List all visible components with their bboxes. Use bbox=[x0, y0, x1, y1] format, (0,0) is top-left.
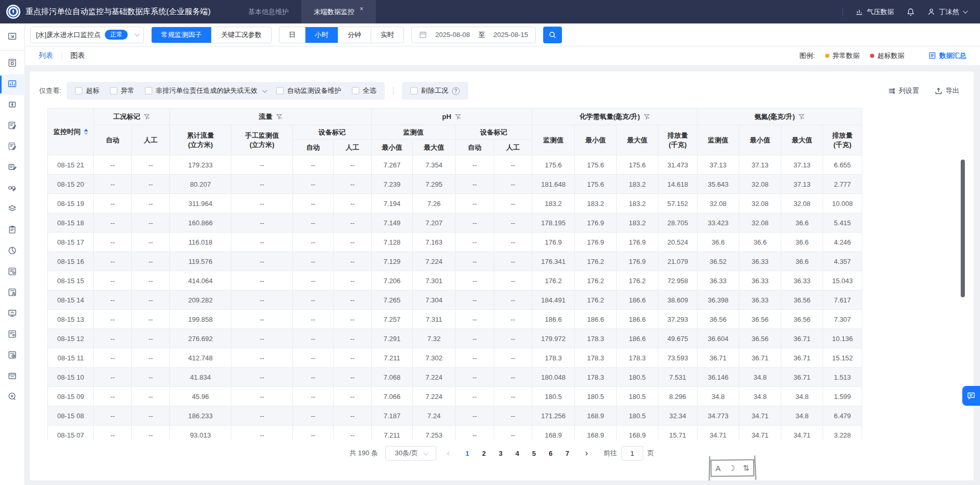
view-tab-1[interactable]: 图表 bbox=[70, 51, 85, 60]
sort-icon[interactable] bbox=[84, 129, 88, 135]
goto-page-input[interactable] bbox=[621, 446, 643, 460]
sidebar-item-doc-account[interactable] bbox=[0, 283, 25, 304]
exclude-condition-checkbox[interactable]: 剔除工况 ? bbox=[410, 86, 460, 95]
close-tab-icon[interactable]: × bbox=[360, 6, 363, 12]
sort-arrows-icon[interactable]: ⇅ bbox=[743, 464, 750, 472]
page-number-6[interactable]: 6 bbox=[543, 450, 558, 457]
sidebar-item-form-edit[interactable] bbox=[0, 137, 25, 157]
cell-ph-min: 7.068 bbox=[372, 368, 413, 387]
col-header-time[interactable]: 监控时间 bbox=[48, 108, 94, 155]
sidebar-item-clipboard-edit[interactable] bbox=[0, 220, 25, 241]
filter-funnel-icon[interactable] bbox=[455, 113, 461, 120]
checkbox-icon[interactable] bbox=[276, 87, 284, 94]
notifications-button[interactable] bbox=[906, 8, 915, 16]
search-button[interactable] bbox=[543, 27, 562, 43]
sidebar-item-link-edit[interactable] bbox=[0, 178, 25, 199]
granularity-button-2[interactable]: 分钟 bbox=[338, 27, 371, 43]
page-number-7[interactable]: 7 bbox=[560, 450, 574, 457]
filter-funnel-icon[interactable] bbox=[643, 113, 650, 120]
date-range-picker[interactable]: 2025-08-08 至 2025-08-15 bbox=[411, 27, 536, 43]
cell-condition-manual: -- bbox=[132, 406, 170, 426]
granularity-button-3[interactable]: 实时 bbox=[371, 27, 403, 43]
col-group-nh3[interactable]: 氨氮(毫克/升) bbox=[697, 108, 862, 125]
date-end[interactable]: 2025-08-15 bbox=[494, 31, 529, 39]
column-settings-button[interactable]: 列设置 bbox=[888, 86, 919, 95]
filter-checkbox-1[interactable]: 异常 bbox=[110, 86, 134, 95]
cell-cod-max: 183.2 bbox=[617, 213, 658, 233]
data-summary-link[interactable]: 数据汇总 bbox=[928, 51, 966, 60]
vertical-scrollbar[interactable] bbox=[961, 160, 965, 297]
page-number-4[interactable]: 4 bbox=[510, 450, 524, 457]
page-size-select[interactable]: 30条/页 bbox=[385, 446, 436, 460]
sidebar-item-archive[interactable] bbox=[0, 366, 25, 387]
table-row: 08-15 12----276.692------7.2917.32----17… bbox=[48, 329, 862, 348]
cell-condition-auto: -- bbox=[94, 155, 132, 175]
col-group-flow[interactable]: 流量 bbox=[170, 108, 372, 125]
checkbox-icon[interactable] bbox=[75, 87, 82, 94]
chevron-down-icon[interactable] bbox=[262, 88, 267, 93]
sidebar-item-screen-share[interactable] bbox=[0, 304, 25, 324]
factor-tab-1[interactable]: 关键工况参数 bbox=[211, 27, 271, 43]
filter-funnel-icon[interactable] bbox=[143, 113, 150, 120]
station-select[interactable]: [水]废水进水口监控点 正常 bbox=[30, 27, 144, 43]
legend-item-label: 超标数据 bbox=[877, 51, 904, 60]
pressure-data-link[interactable]: 气压数据 bbox=[855, 7, 894, 17]
filter-funnel-icon[interactable] bbox=[276, 113, 283, 120]
page-number-5[interactable]: 5 bbox=[526, 450, 541, 457]
sidebar-item-doc-preview[interactable] bbox=[0, 53, 25, 74]
col-group-cod[interactable]: 化学需氧量(毫克/升) bbox=[532, 108, 697, 125]
sidebar-item-panel-collapse[interactable] bbox=[0, 27, 25, 47]
sidebar-item-doc-user[interactable] bbox=[0, 262, 25, 283]
next-page-button[interactable]: › bbox=[582, 448, 591, 458]
export-button[interactable]: 导出 bbox=[935, 86, 959, 95]
filter-checkbox-4[interactable]: 全选 bbox=[352, 86, 376, 95]
cell-nh3-emission: 6.479 bbox=[823, 406, 862, 426]
view-tab-0[interactable]: 列表 bbox=[39, 51, 53, 60]
date-start[interactable]: 2025-08-08 bbox=[435, 31, 470, 39]
sidebar-item-factor-edit[interactable] bbox=[0, 157, 25, 178]
chat-fab-button[interactable] bbox=[962, 386, 980, 406]
cell-nh3-max: 36.6 bbox=[781, 213, 823, 233]
cell-cum-flow: 311.964 bbox=[170, 194, 231, 213]
top-tab-0[interactable]: 基本信息维护 bbox=[236, 0, 301, 23]
cell-flow-dev-manual: -- bbox=[334, 329, 372, 348]
cell-cod-min: 168.9 bbox=[575, 426, 617, 440]
cell-cod-min: 186.6 bbox=[575, 310, 617, 329]
filter-funnel-icon[interactable] bbox=[798, 113, 805, 120]
page-number-2[interactable]: 2 bbox=[476, 450, 491, 457]
top-tab-1[interactable]: 末端数据监控× bbox=[301, 0, 376, 23]
cell-nh3-max: 37.13 bbox=[781, 155, 823, 175]
checkbox-icon[interactable] bbox=[110, 87, 117, 94]
checkbox-icon[interactable] bbox=[145, 87, 152, 94]
sidebar-item-doc-history[interactable] bbox=[0, 345, 25, 366]
factor-tab-0[interactable]: 常规监测因子 bbox=[152, 27, 211, 43]
cell-nh3-value: 36.56 bbox=[697, 310, 739, 329]
filter-checkbox-3[interactable]: 自动监测设备维护 bbox=[276, 86, 341, 95]
dark-mode-icon[interactable]: ☽ bbox=[728, 464, 736, 472]
data-card: 仅查看: 超标异常非排污单位责任造成的缺失或无效自动监测设备维护全选 剔除工况 … bbox=[30, 71, 974, 480]
col-group-ph[interactable]: pH bbox=[372, 108, 532, 125]
granularity-button-0[interactable]: 日 bbox=[279, 27, 305, 43]
filter-checkbox-2[interactable]: 非排污单位责任造成的缺失或无效 bbox=[145, 86, 266, 95]
help-icon[interactable]: ? bbox=[452, 87, 460, 95]
sidebar-item-doc-edit[interactable] bbox=[0, 116, 25, 137]
page-number-3[interactable]: 3 bbox=[493, 450, 508, 457]
prev-page-button[interactable]: ‹ bbox=[444, 448, 452, 458]
cell-ph-min: 7.187 bbox=[372, 406, 413, 426]
cell-flow-dev-manual: -- bbox=[334, 213, 372, 233]
sidebar-item-inspect[interactable] bbox=[0, 387, 25, 408]
sidebar-item-data-monitor[interactable] bbox=[0, 74, 25, 95]
page-number-1[interactable]: 1 bbox=[460, 450, 474, 457]
sidebar-item-device-power[interactable] bbox=[0, 95, 25, 116]
filter-checkbox-0[interactable]: 超标 bbox=[75, 86, 100, 95]
user-menu[interactable]: 丁沫然 bbox=[927, 7, 966, 17]
sidebar-item-pie-report[interactable] bbox=[0, 241, 25, 262]
checkbox-icon[interactable] bbox=[410, 87, 418, 94]
sidebar-item-doc-person[interactable] bbox=[0, 324, 25, 345]
checkbox-icon[interactable] bbox=[352, 87, 359, 94]
sidebar-item-layers-edit[interactable] bbox=[0, 199, 25, 220]
granularity-button-1[interactable]: 小时 bbox=[305, 27, 338, 43]
col-group-condition-mark[interactable]: 工况标记 bbox=[94, 108, 170, 125]
annotation-toolbar[interactable]: A☽⇅ bbox=[710, 459, 754, 477]
font-size-icon[interactable]: A bbox=[715, 464, 720, 472]
